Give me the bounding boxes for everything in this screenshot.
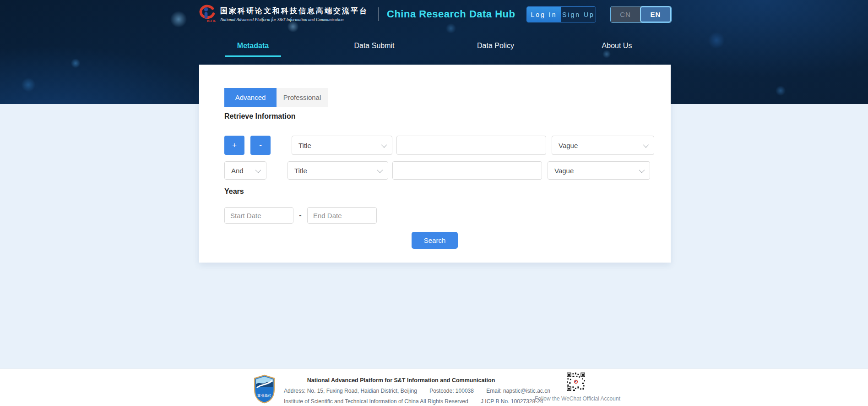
end-date-input[interactable] [307,207,377,224]
chevron-down-icon [381,142,387,148]
footer-address: Address: No. 15, Fuxing Road, Haidian Di… [284,388,417,394]
chevron-down-icon [377,167,383,173]
platform-title-zh: 国家科研论文和科技信息高端交流平台 [220,6,368,16]
query-row-1: + - Title Vague [224,136,654,155]
footer-icp: J ICP B No. 10027328-24 [481,398,543,405]
operator-select-value: And [231,167,244,175]
metadata-search-card: Advanced Professional Retrieve Informati… [199,65,671,263]
svg-text:事业单位: 事业单位 [257,394,271,398]
platform-logo[interactable]: ISTIC 国家科研论文和科技信息高端交流平台 National Advance… [197,4,368,24]
login-button[interactable]: Log In [527,7,561,22]
institution-badge-icon: 事业单位 [253,374,276,404]
language-en-button[interactable]: EN [640,6,671,22]
match-select-2-value: Vague [554,167,574,175]
field-select-2-value: Title [294,167,307,175]
chevron-down-icon [639,167,645,173]
years-range-row: - [224,207,377,224]
page-footer: 事业单位 National Advanced Platform for S&T … [0,368,868,406]
chevron-down-icon [255,167,261,173]
query-input-1[interactable] [396,136,546,155]
field-select-2[interactable]: Title [288,161,388,180]
match-select-2[interactable]: Vague [548,161,650,180]
wechat-caption: Follow the WeChat Official Account [535,395,617,402]
date-range-separator: - [293,211,307,219]
wechat-block: Follow the WeChat Official Account [535,373,617,402]
query-input-2[interactable] [392,161,542,180]
platform-subtitle-en: National Advanced Platform for S&T Infor… [220,17,368,22]
retrieve-information-heading: Retrieve Information [224,112,296,121]
auth-button-group: Log In Sign Up [526,6,596,22]
footer-info-block: National Advanced Platform for S&T Infor… [278,369,524,405]
footer-legal-line: Institute of Scientific and Technical In… [278,398,524,405]
nav-item-about-us[interactable]: About Us [556,35,678,57]
search-button[interactable]: Search [412,232,458,249]
match-select-1-value: Vague [559,142,578,149]
site-title: China Research Data Hub [387,8,515,20]
footer-postcode: Postcode: 100038 [429,388,474,394]
operator-select[interactable]: And [224,161,266,180]
field-select-1[interactable]: Title [292,136,392,155]
chevron-down-icon [643,142,649,148]
match-select-1[interactable]: Vague [552,136,654,155]
search-mode-tabs: Advanced Professional [224,88,328,107]
field-select-1-value: Title [298,142,311,149]
footer-org-name: National Advanced Platform for S&T Infor… [278,377,524,384]
top-bar: ISTIC 国家科研论文和科技信息高端交流平台 National Advance… [197,0,673,28]
main-navigation: Metadata Data Submit Data Policy About U… [192,35,678,57]
years-heading: Years [224,187,244,196]
signup-button[interactable]: Sign Up [561,7,596,22]
nav-item-data-policy[interactable]: Data Policy [435,35,556,57]
nav-item-data-submit[interactable]: Data Submit [314,35,435,57]
language-toggle: CN EN [610,6,672,23]
footer-contact-line: Address: No. 15, Fuxing Road, Haidian Di… [278,388,524,394]
tab-professional[interactable]: Professional [277,88,328,107]
remove-condition-button[interactable]: - [250,136,271,155]
add-condition-button[interactable]: + [224,136,244,155]
language-cn-button[interactable]: CN [611,6,640,22]
footer-copyright: Institute of Scientific and Technical In… [284,398,468,405]
header-divider [378,7,379,21]
tabs-underline [224,107,646,107]
start-date-input[interactable] [224,207,293,224]
tab-advanced[interactable]: Advanced [224,88,277,107]
query-row-2: And Title Vague [224,161,650,180]
svg-text:ISTIC: ISTIC [207,19,216,23]
wechat-qr-code [567,373,585,391]
istic-logo-icon: ISTIC [197,4,216,24]
nav-item-metadata[interactable]: Metadata [192,35,314,57]
